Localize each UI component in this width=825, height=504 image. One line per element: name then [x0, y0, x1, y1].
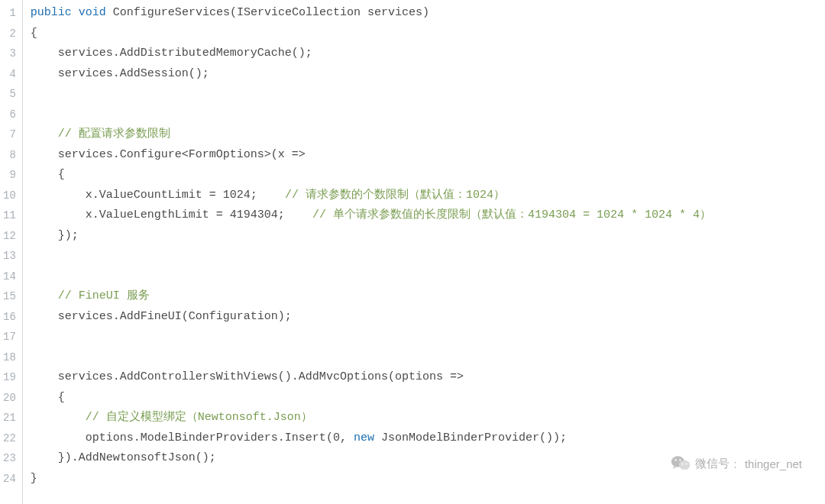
code-line	[31, 267, 825, 287]
code-line: {	[31, 165, 825, 186]
line-number: 24	[3, 469, 16, 489]
code-line: services.Configure<FormOptions>(x =>	[31, 145, 825, 166]
line-number: 19	[3, 367, 16, 388]
line-number: 11	[3, 205, 16, 226]
code-line: }	[31, 469, 825, 489]
line-number: 17	[3, 327, 16, 347]
line-number: 4	[3, 64, 16, 85]
line-number: 5	[3, 84, 16, 105]
code-block: 123456789101112131415161718192021222324 …	[0, 0, 825, 504]
code-line	[31, 347, 825, 368]
line-number: 14	[3, 267, 16, 287]
line-number: 16	[3, 307, 16, 328]
code-line: services.AddControllersWithViews().AddMv…	[31, 367, 825, 388]
code-line: {	[31, 24, 825, 44]
line-number: 13	[3, 246, 16, 267]
code-line: services.AddDistributedMemoryCache();	[31, 44, 825, 64]
line-number: 2	[3, 24, 16, 44]
code-line: options.ModelBinderProviders.Insert(0, n…	[31, 428, 825, 449]
line-number: 1	[3, 3, 16, 24]
line-number: 23	[3, 448, 16, 469]
code-line: // 配置请求参数限制	[31, 124, 825, 145]
line-number: 8	[3, 145, 16, 166]
code-line: services.AddFineUI(Configuration);	[31, 307, 825, 328]
line-number: 15	[3, 286, 16, 307]
code-line: {	[31, 388, 825, 409]
line-number: 6	[3, 105, 16, 125]
line-number: 3	[3, 44, 16, 64]
code-line: x.ValueCountLimit = 1024; // 请求参数的个数限制（默…	[31, 186, 825, 206]
line-number: 18	[3, 347, 16, 368]
code-line: public void ConfigureServices(IServiceCo…	[31, 3, 825, 24]
line-number: 10	[3, 186, 16, 206]
code-content: public void ConfigureServices(IServiceCo…	[23, 0, 825, 504]
code-line	[31, 246, 825, 267]
line-number: 21	[3, 408, 16, 428]
line-number: 9	[3, 165, 16, 186]
code-line: }).AddNewtonsoftJson();	[31, 448, 825, 469]
code-line: x.ValueLengthLimit = 4194304; // 单个请求参数值…	[31, 205, 825, 226]
code-line: });	[31, 226, 825, 247]
line-number: 7	[3, 124, 16, 145]
code-line: // 自定义模型绑定（Newtonsoft.Json）	[31, 408, 825, 428]
line-number: 20	[3, 388, 16, 409]
code-line	[31, 105, 825, 125]
code-line: services.AddSession();	[31, 64, 825, 85]
line-number: 12	[3, 226, 16, 247]
line-number-gutter: 123456789101112131415161718192021222324	[0, 0, 23, 504]
code-line	[31, 84, 825, 105]
code-line	[31, 327, 825, 347]
line-number: 22	[3, 428, 16, 449]
code-line: // FineUI 服务	[31, 286, 825, 307]
